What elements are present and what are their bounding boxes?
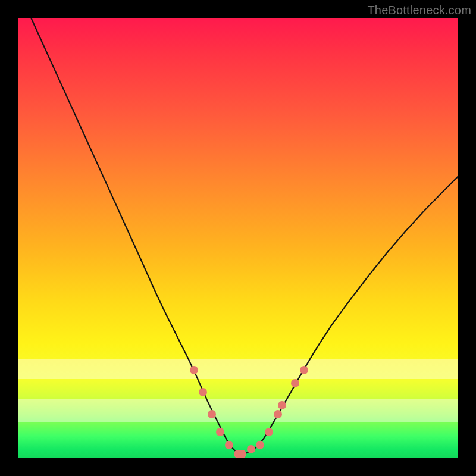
- marker-dot: [216, 428, 224, 436]
- curve-svg: [18, 18, 458, 458]
- marker-dot: [208, 410, 216, 418]
- marker-dot: [274, 410, 282, 418]
- marker-dot: [190, 366, 198, 374]
- chart-frame: [18, 18, 458, 458]
- watermark-text: TheBottleneck.com: [367, 4, 471, 17]
- marker-dot: [265, 428, 273, 436]
- marker-dot: [225, 441, 233, 449]
- marker-dot: [256, 441, 264, 449]
- marker-dot: [199, 388, 207, 396]
- bottleneck-curve: [31, 18, 458, 454]
- marker-dot: [238, 450, 246, 458]
- marker-dot: [300, 366, 308, 374]
